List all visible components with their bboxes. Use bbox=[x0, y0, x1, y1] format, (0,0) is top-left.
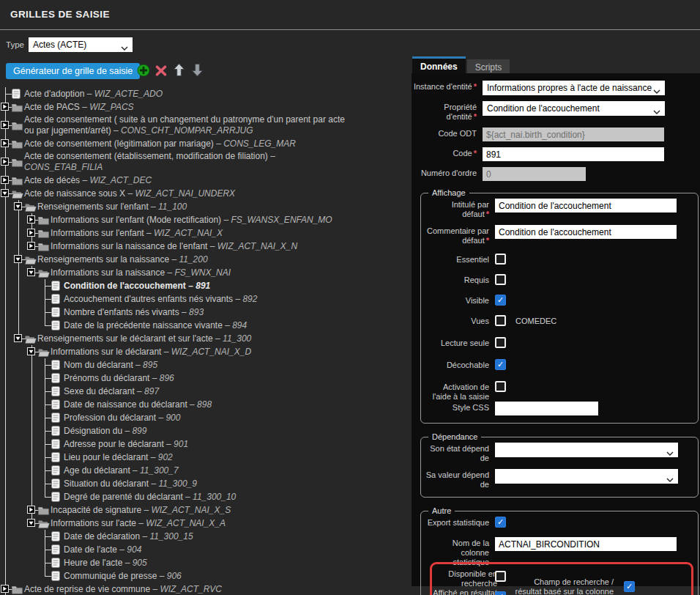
move-up-icon[interactable] bbox=[173, 63, 187, 78]
tree-item[interactable]: Acte de consentement ( suite à un change… bbox=[0, 114, 407, 137]
document-icon bbox=[51, 439, 60, 452]
type-select[interactable]: Actes (ACTE) bbox=[29, 37, 133, 52]
folder-icon bbox=[12, 138, 23, 152]
propriete-entite-select[interactable]: Condition de l'accouchement bbox=[483, 101, 665, 116]
decochable-checkbox[interactable]: ✓ bbox=[495, 359, 506, 370]
tree-item[interactable]: Nom du déclarant – 895 bbox=[0, 358, 407, 372]
move-down-icon[interactable] bbox=[191, 63, 206, 78]
tree-item[interactable]: Informations sur la naissance – FS_WNX_N… bbox=[0, 266, 407, 279]
tree-connector bbox=[45, 312, 45, 319]
champ-recherche-checkbox[interactable]: ✓ bbox=[624, 581, 635, 592]
son-etat-select[interactable] bbox=[495, 443, 678, 457]
expand-toggle-icon[interactable] bbox=[1, 176, 9, 184]
collapse-toggle-icon[interactable] bbox=[27, 347, 35, 355]
expand-toggle-icon[interactable] bbox=[27, 215, 35, 223]
expand-toggle-icon[interactable] bbox=[1, 158, 9, 166]
tree-item[interactable]: Condition de l'accouchement – 891 bbox=[0, 279, 407, 292]
tree-connector bbox=[45, 378, 45, 385]
expand-toggle-icon[interactable] bbox=[1, 139, 9, 147]
tree-item-code: – 893 bbox=[179, 307, 204, 317]
tree-item[interactable]: Adresse pour le déclarant – 901 bbox=[0, 437, 407, 451]
tree-connector bbox=[5, 411, 6, 424]
collapse-toggle-icon[interactable] bbox=[14, 202, 22, 210]
tree-item[interactable]: Renseignements sur le déclarant et sur l… bbox=[0, 332, 407, 345]
tree-connector bbox=[45, 424, 45, 431]
collapse-toggle-icon[interactable] bbox=[1, 189, 9, 197]
tree-item[interactable]: Acte de PACS – WIZ_PACS bbox=[0, 100, 407, 114]
expand-toggle-icon[interactable] bbox=[27, 229, 35, 237]
tree-connector bbox=[5, 477, 6, 490]
add-icon[interactable] bbox=[137, 64, 152, 78]
style-css-input[interactable] bbox=[495, 402, 598, 415]
tree-item[interactable]: Renseignements sur la naissance – 11_200 bbox=[0, 253, 407, 266]
tree-item[interactable]: Renseignements sur l'enfant – 11_100 bbox=[0, 200, 407, 213]
folder-icon bbox=[12, 120, 23, 133]
tree-item[interactable]: Acte de reprise de vie commune – WIZ_ACT… bbox=[0, 583, 407, 595]
tree-item[interactable]: Informations sur le déclarant – WIZ_ACT_… bbox=[0, 345, 407, 358]
tree-item[interactable]: Informations sur l'acte – WIZ_ACT_NAI_X_… bbox=[0, 517, 407, 530]
vues-option-label: COMEDEC bbox=[515, 315, 556, 325]
tree-item[interactable]: Sexe du déclarant – 897 bbox=[0, 385, 407, 398]
sa-valeur-select[interactable] bbox=[495, 469, 678, 484]
collapse-toggle-icon[interactable] bbox=[27, 268, 35, 276]
expand-toggle-icon[interactable] bbox=[1, 585, 9, 593]
tree-connector bbox=[45, 569, 45, 576]
tree-item-code: – WIZ_ACT_NAI_X_N bbox=[207, 241, 297, 251]
collapse-toggle-icon[interactable] bbox=[14, 255, 22, 263]
tree-item-label: Date de naissance du déclarant bbox=[64, 399, 187, 410]
expand-toggle-icon[interactable] bbox=[27, 506, 35, 514]
code-input[interactable] bbox=[483, 147, 664, 161]
delete-icon[interactable] bbox=[155, 65, 170, 80]
tree-item[interactable]: Situation du déclarant – 11_300_9 bbox=[0, 477, 407, 490]
instance-entite-select[interactable]: Informations propres à l'acte de naissan… bbox=[483, 81, 665, 95]
tree-item-label: Age du déclarant bbox=[64, 465, 130, 476]
expand-toggle-icon[interactable] bbox=[1, 103, 9, 111]
collapse-toggle-icon[interactable] bbox=[27, 519, 35, 527]
tree-item[interactable]: Date de la précédente naissance vivante … bbox=[0, 319, 407, 332]
tree-item[interactable]: Acte de consentement (légitimation par m… bbox=[0, 137, 407, 150]
tree-item[interactable]: Lieu pour le déclarant – 902 bbox=[0, 451, 407, 464]
nom-colonne-input[interactable] bbox=[495, 537, 677, 551]
tree-item[interactable]: Communiqué de presse – 906 bbox=[0, 569, 407, 583]
tree-item[interactable]: Informations sur la naissance de l'enfan… bbox=[0, 240, 407, 253]
tree-item[interactable]: Age du déclarant – 11_300_7 bbox=[0, 464, 407, 477]
tree-connector bbox=[45, 444, 45, 451]
vues-checkbox[interactable] bbox=[495, 315, 506, 326]
expand-toggle-icon[interactable] bbox=[27, 242, 35, 250]
tree-item[interactable]: Acte de décès – WIZ_ACT_DEC bbox=[0, 174, 407, 187]
requis-checkbox[interactable] bbox=[495, 274, 506, 285]
tree-item[interactable]: Informations sur l'enfant (Mode rectific… bbox=[0, 213, 407, 226]
tree-item[interactable]: Heure de l'acte – 905 bbox=[0, 556, 407, 569]
tree-connector bbox=[18, 226, 19, 240]
collapse-toggle-icon[interactable] bbox=[14, 334, 22, 342]
tree-item[interactable]: Prénoms du déclarant – 896 bbox=[0, 372, 407, 385]
intitule-defaut-input[interactable] bbox=[495, 199, 677, 212]
tree-connector bbox=[45, 404, 45, 411]
tree-item[interactable]: Désignation du – 899 bbox=[0, 424, 407, 437]
tree-item[interactable]: Date de naissance du déclarant – 898 bbox=[0, 398, 407, 411]
tree-item[interactable]: Date de déclaration – 11_300_15 bbox=[0, 530, 407, 543]
lecture-seule-checkbox[interactable] bbox=[495, 337, 506, 348]
export-statistique-checkbox[interactable]: ✓ bbox=[495, 517, 506, 528]
activation-aide-checkbox[interactable] bbox=[495, 381, 506, 392]
visible-checkbox[interactable]: ✓ bbox=[495, 295, 506, 306]
tree-item[interactable]: Degré de parenté du déclarant – 11_300_1… bbox=[0, 490, 407, 503]
tree-item[interactable]: Date de l'acte – 904 bbox=[0, 543, 407, 556]
commentaire-defaut-input[interactable] bbox=[495, 225, 677, 239]
disponible-recherche-checkbox[interactable] bbox=[495, 571, 506, 582]
essentiel-checkbox[interactable] bbox=[495, 254, 506, 265]
page-title: GRILLES DE SAISIE bbox=[10, 9, 110, 20]
tree-item[interactable]: Incapacité de signature – WIZ_ACT_NAI_X_… bbox=[0, 503, 407, 517]
generator-button[interactable]: Générateur de grille de saisie bbox=[6, 63, 140, 79]
tree-item-label: Heure de l'acte bbox=[64, 558, 122, 568]
tree-item[interactable]: Informations sur l'enfant – WIZ_ACT_NAI_… bbox=[0, 226, 407, 240]
affiche-resultat-checkbox[interactable]: ✓ bbox=[495, 591, 506, 595]
tree-connector bbox=[5, 490, 6, 503]
expand-toggle-icon[interactable] bbox=[1, 121, 9, 129]
tree-item[interactable]: Nombre d'enfants nés vivants – 893 bbox=[0, 306, 407, 319]
tree-item[interactable]: Acte de consentement (établissement, mod… bbox=[0, 150, 407, 174]
tree-item[interactable]: Accouchement d'autres enfants nés vivant… bbox=[0, 292, 407, 306]
tree-item[interactable]: Acte d'adoption – WIZ_ACTE_ADO bbox=[0, 87, 407, 100]
tree-item[interactable]: Acte de naissance sous X – WIZ_ACT_NAI_U… bbox=[0, 187, 407, 200]
tree-item[interactable]: Profession du déclarant – 900 bbox=[0, 411, 407, 424]
